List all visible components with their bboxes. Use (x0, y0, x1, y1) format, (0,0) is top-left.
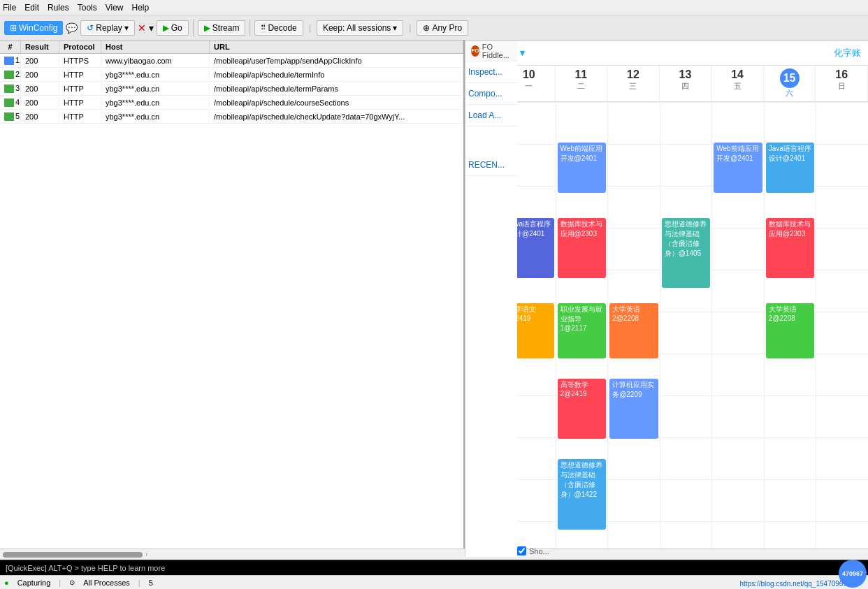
separator-2 (249, 20, 250, 36)
menu-rules[interactable]: Rules (48, 3, 69, 13)
event-2-1[interactable]: 计算机应用实务@2209 (609, 379, 658, 439)
day-col-6 (816, 102, 868, 548)
calendar-panel: ‹ 第10周 ▾ 化字账 05月 10一11二12三13四14五15六16日 0… (465, 41, 868, 548)
event-1-4[interactable]: 思想道德修养与法律基础（含廉洁修身）@1422 (558, 459, 607, 530)
recent-link[interactable]: RECEN... (465, 154, 517, 176)
dropdown-icon: ▾ (149, 22, 154, 34)
fiddler-logo-text: FO Fiddle... (482, 43, 512, 59)
table-row[interactable]: 5 200 HTTP ybg3****.edu.cn /mobileapi/ap… (0, 110, 463, 124)
table-row[interactable]: 3 200 HTTP ybg3****.edu.cn /mobileapi/ap… (0, 82, 463, 96)
day-slot-5-7 (765, 395, 816, 437)
row-num-4: 5 (0, 110, 21, 122)
day-slot-3-9 (660, 479, 712, 521)
table-row[interactable]: 2 200 HTTP ybg3****.edu.cn /mobileapi/ap… (0, 68, 463, 82)
row-host-0: www.yibaogao.com (101, 55, 210, 66)
all-processes-label: All Processes (83, 579, 130, 587)
row-url-0: /mobileapi/userTemp/app/sendAppClickInfo (210, 55, 463, 66)
day-slot-3-5 (660, 312, 712, 354)
event-2-0[interactable]: 大学英语2@2208 (609, 303, 658, 358)
day-num-5: 15 (780, 68, 800, 88)
day-col-5: Java语言程序设计@2401数据库技术与应用@2303大学英语2@2208 (764, 102, 816, 548)
day-slot-5-6 (765, 354, 816, 395)
menu-help[interactable]: Help (132, 3, 150, 13)
toolbar: ⊞ WinConfig 💬 ↺ Replay ▾ ✕ ▾ ▶ Go ▶ Stre… (0, 15, 868, 41)
day-slot-4-6 (712, 354, 764, 395)
col-header-host: Host (101, 41, 210, 53)
row-url-1: /mobileapi/api/schedule/termInfo (210, 69, 463, 80)
menu-view[interactable]: View (106, 3, 124, 13)
row-num-1: 2 (0, 68, 21, 80)
menu-tools[interactable]: Tools (78, 3, 97, 13)
row-result-0: 200 (21, 55, 59, 66)
compo-link[interactable]: Compo... (465, 83, 517, 105)
day-slot-2-0 (608, 102, 660, 144)
day-header-5: 15六 (764, 66, 816, 101)
day-col-1: Web前端应用开发@2401数据库技术与应用@2303职业发展与就业指导1@21… (556, 102, 608, 548)
col-header-protocol: Protocol (59, 41, 101, 53)
replay-label: Replay (96, 23, 122, 33)
row-host-1: ybg3****.edu.cn (101, 69, 210, 80)
go-label: Go (171, 23, 182, 33)
stream-button[interactable]: ▶ Stream (198, 20, 246, 36)
day-slot-6-5 (816, 312, 868, 354)
event-1-0[interactable]: Web前端应用开发@2401 (558, 143, 607, 193)
separator-status2: | (138, 579, 140, 587)
winconfig-button[interactable]: ⊞ WinConfig (4, 21, 63, 35)
event-1-1[interactable]: 数据库技术与应用@2303 (558, 218, 607, 278)
keep-sessions-button[interactable]: Keep: All sessions ▾ (317, 20, 403, 36)
row-protocol-1: HTTP (59, 69, 101, 80)
inspector-link[interactable]: Inspect... (465, 61, 517, 83)
day-slot-3-0 (660, 102, 712, 144)
load-link[interactable]: Load A... (465, 105, 517, 126)
any-process-button[interactable]: ⊕ Any Pro (417, 20, 468, 36)
table-row[interactable]: 4 200 HTTP ybg3****.edu.cn /mobileapi/ap… (0, 96, 463, 110)
row-protocol-4: HTTP (59, 111, 101, 122)
row-icon-1 (4, 71, 14, 79)
week-dropdown-icon[interactable]: ▾ (520, 48, 525, 58)
separator-bar2: | (409, 23, 411, 33)
keep-label: Keep: All sessions (323, 23, 391, 33)
fiddler-inspector-panel: FO FO Fiddle... Inspect... Compo... Load… (465, 41, 517, 548)
table-row[interactable]: 1 200 HTTPS www.yibaogao.com /mobileapi/… (0, 54, 463, 68)
day-slot-2-2 (608, 186, 660, 228)
row-icon-4 (4, 112, 14, 121)
day-slot-2-8 (608, 437, 660, 479)
row-host-4: ybg3****.edu.cn (101, 111, 210, 122)
event-4-0[interactable]: Web前端应用开发@2401 (714, 143, 762, 193)
day-slot-5-9 (765, 479, 816, 521)
row-host-2: ybg3****.edu.cn (101, 83, 210, 94)
menu-edit[interactable]: Edit (24, 3, 39, 13)
event-5-2[interactable]: 大学英语2@2208 (766, 303, 815, 358)
decode-button[interactable]: ⠿ Decode (254, 20, 303, 36)
event-5-1[interactable]: 数据库技术与应用@2303 (766, 218, 815, 278)
scroll-arrow[interactable]: › (145, 551, 147, 558)
menu-file[interactable]: File (3, 3, 16, 13)
col-header-url: URL (210, 41, 463, 53)
show-checkbox[interactable] (517, 546, 526, 548)
day-slot-4-7 (712, 395, 764, 437)
row-num-0: 1 (0, 54, 21, 66)
event-3-0[interactable]: 思想道德修养与法律基础（含廉洁修身）@1405 (662, 218, 711, 289)
event-1-3[interactable]: 高等数学2@2419 (558, 379, 607, 439)
day-slot-6-10 (816, 521, 868, 548)
fiddler-panel: # Result Protocol Host URL 1 200 HTTPS w… (0, 41, 465, 548)
calendar-right-btn[interactable]: 化字账 (834, 47, 861, 59)
keep-dropdown-icon: ▾ (393, 23, 397, 33)
day-slot-2-1 (608, 144, 660, 186)
event-5-0[interactable]: Java语言程序设计@2401 (766, 143, 815, 193)
winconfig-icon: ⊞ (10, 23, 17, 33)
decode-icon: ⠿ (261, 24, 266, 31)
day-slot-4-3 (712, 228, 764, 270)
day-slot-3-10 (660, 521, 712, 548)
scroll-thumb[interactable] (3, 552, 143, 558)
go-button[interactable]: ▶ Go (157, 20, 189, 36)
day-slot-2-9 (608, 479, 660, 521)
empty-space (465, 126, 517, 154)
chat-icon: 💬 (66, 22, 78, 34)
day-slot-6-7 (816, 395, 868, 437)
row-url-3: /mobileapi/api/schedule/courseSections (210, 97, 463, 108)
event-1-2[interactable]: 职业发展与就业指导1@2117 (558, 303, 607, 358)
replay-button[interactable]: ↺ Replay ▾ (80, 20, 134, 36)
table-header: # Result Protocol Host URL (0, 41, 463, 54)
replay-arrow-icon: ↺ (87, 23, 94, 33)
